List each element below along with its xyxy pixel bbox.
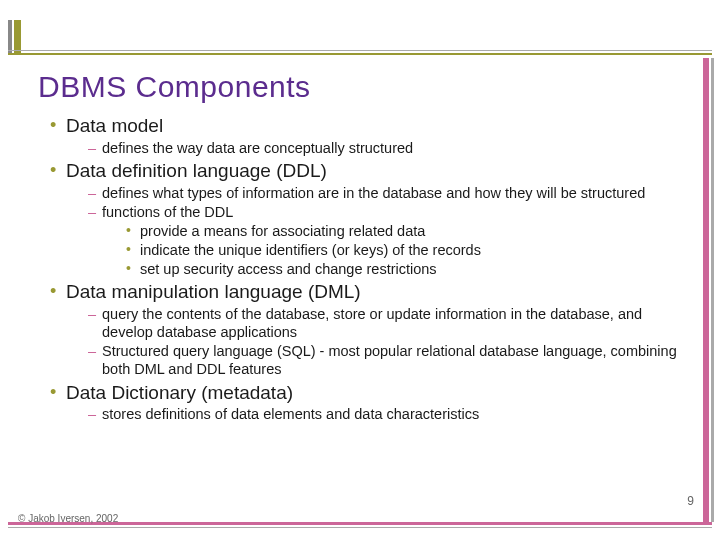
copyright-text: © Jakob Iversen, 2002 (18, 513, 118, 524)
bullet-ddl: Data definition language (DDL) (50, 159, 692, 183)
sub-bullet: defines the way data are conceptually st… (88, 139, 692, 157)
sub-bullet: defines what types of information are in… (88, 184, 692, 202)
sub-bullet: query the contents of the database, stor… (88, 305, 692, 341)
page-number: 9 (687, 494, 694, 508)
right-rule (700, 58, 714, 522)
sub-bullet: functions of the DDL (88, 203, 692, 221)
sub-bullet: stores definitions of data elements and … (88, 405, 692, 423)
sub-sub-bullet: indicate the unique identifiers (or keys… (126, 241, 692, 259)
slide-title: DBMS Components (38, 70, 311, 104)
sub-sub-bullet: set up security access and change restri… (126, 260, 692, 278)
top-rule (8, 20, 712, 56)
sub-sub-bullet: provide a means for associating related … (126, 222, 692, 240)
bullet-dml: Data manipulation language (DML) (50, 280, 692, 304)
slide-content: Data model defines the way data are conc… (50, 112, 692, 423)
bullet-data-model: Data model (50, 114, 692, 138)
sub-bullet: Structured query language (SQL) - most p… (88, 342, 692, 378)
bullet-data-dictionary: Data Dictionary (metadata) (50, 381, 692, 405)
